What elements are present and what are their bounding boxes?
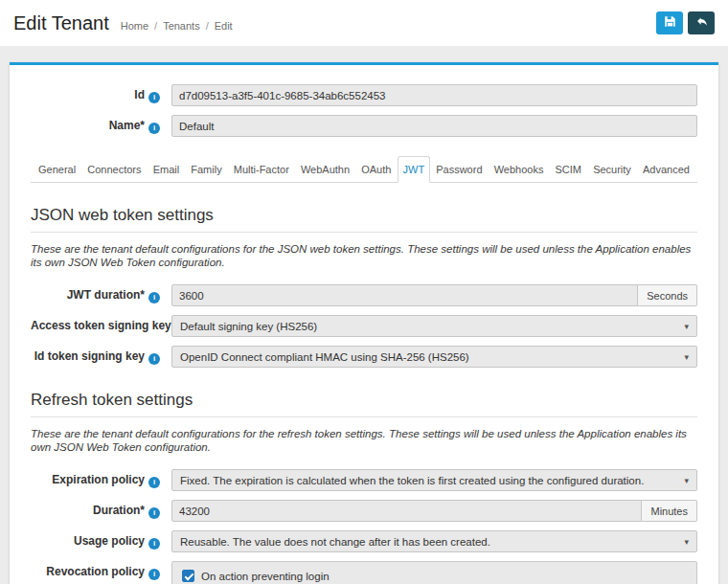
- field-control: On action preventing login On multi-fact…: [171, 561, 697, 584]
- field-control: [171, 84, 697, 106]
- revocation-option-action-preventing-login[interactable]: On action preventing login: [182, 570, 687, 582]
- field-control: [171, 115, 697, 137]
- info-icon[interactable]: i: [148, 538, 160, 550]
- jwt-duration-input[interactable]: [171, 284, 638, 306]
- id-input[interactable]: [171, 84, 697, 106]
- field-control: Minutes: [171, 500, 697, 522]
- tab-oauth[interactable]: OAuth: [355, 156, 397, 183]
- field-label-text: Access token signing key: [31, 319, 171, 332]
- breadcrumb-current-edit: Edit: [215, 20, 233, 32]
- chevron-down-icon: ▾: [684, 322, 689, 331]
- tab-security[interactable]: Security: [587, 156, 637, 183]
- tab-email[interactable]: Email: [148, 156, 186, 183]
- id-token-signing-key-select[interactable]: OpenID Connect compliant HMAC using SHA-…: [171, 346, 697, 368]
- title-wrap: Edit Tenant Home / Tenants / Edit: [13, 12, 233, 34]
- field-label-text: Name*: [109, 119, 145, 132]
- field-jwt-duration: JWT duration*i Seconds: [31, 284, 697, 306]
- input-addon-seconds: Seconds: [638, 284, 697, 306]
- breadcrumb-separator: /: [154, 20, 157, 32]
- chevron-down-icon: ▾: [684, 476, 689, 485]
- input-group: Seconds: [171, 284, 697, 306]
- info-icon[interactable]: i: [148, 353, 160, 365]
- chevron-down-icon: ▾: [684, 537, 689, 547]
- tab-family[interactable]: Family: [185, 156, 227, 183]
- info-icon[interactable]: i: [148, 123, 160, 134]
- field-access-token-signing-key: Access token signing keyi Default signin…: [31, 315, 697, 337]
- field-duration: Duration*i Minutes: [31, 500, 697, 522]
- field-label-id: Idi: [31, 84, 160, 103]
- info-icon[interactable]: i: [148, 507, 160, 519]
- chevron-down-icon: ▾: [684, 352, 689, 362]
- field-expiration-policy: Expiration policyi Fixed. The expiration…: [31, 469, 697, 491]
- page-body: Idi Name*i General Connectors Email Fami…: [0, 46, 728, 584]
- field-label-text: Expiration policy: [52, 473, 145, 486]
- field-label-name: Name*i: [31, 115, 160, 134]
- page-header: Edit Tenant Home / Tenants / Edit: [0, 0, 728, 46]
- section-divider: [31, 416, 697, 417]
- checkbox-label: On action preventing login: [201, 571, 330, 582]
- edit-tenant-card: Idi Name*i General Connectors Email Fami…: [10, 62, 718, 584]
- tab-multi-factor[interactable]: Multi-Factor: [228, 156, 295, 183]
- section-divider: [31, 232, 697, 233]
- tab-general[interactable]: General: [33, 156, 81, 183]
- name-input[interactable]: [171, 115, 697, 137]
- field-label-text: JWT duration*: [67, 288, 145, 302]
- field-label-expiration-policy: Expiration policyi: [31, 469, 160, 488]
- field-id: Idi: [31, 84, 697, 106]
- breadcrumb: Home / Tenants / Edit: [121, 20, 233, 32]
- tab-scim[interactable]: SCIM: [550, 156, 588, 183]
- section-heading: JSON web token settings: [31, 206, 697, 225]
- field-label-text: Id token signing key: [34, 349, 145, 363]
- field-label-duration: Duration*i: [31, 500, 160, 519]
- field-label-text: Duration*: [93, 504, 145, 517]
- back-button[interactable]: [688, 11, 715, 34]
- tenant-tabs: General Connectors Email Family Multi-Fa…: [31, 156, 697, 183]
- field-name: Name*i: [31, 115, 697, 137]
- field-label-id-token-signing-key: Id token signing keyi: [31, 346, 160, 365]
- field-id-token-signing-key: Id token signing keyi OpenID Connect com…: [31, 346, 697, 368]
- input-group: Minutes: [171, 500, 697, 522]
- info-icon[interactable]: i: [148, 92, 160, 103]
- select-value: Reusable. The value does not change afte…: [180, 536, 490, 548]
- duration-input[interactable]: [171, 500, 642, 522]
- field-label-text: Usage policy: [74, 534, 145, 548]
- tab-advanced[interactable]: Advanced: [637, 156, 695, 183]
- field-control: OpenID Connect compliant HMAC using SHA-…: [171, 346, 697, 368]
- tab-connectors[interactable]: Connectors: [81, 156, 147, 183]
- field-label-text: Revocation policy: [46, 565, 145, 578]
- field-label-text: Id: [134, 88, 145, 101]
- usage-policy-select[interactable]: Reusable. The value does not change afte…: [171, 530, 697, 552]
- field-control: Default signing key (HS256) ▾: [171, 315, 697, 337]
- field-label-revocation-policy: Revocation policyi: [31, 561, 160, 580]
- tab-webauthn[interactable]: WebAuthn: [295, 156, 355, 183]
- info-icon[interactable]: i: [148, 569, 160, 580]
- info-icon[interactable]: i: [148, 477, 160, 488]
- checkbox-icon: [182, 570, 194, 582]
- field-control: Reusable. The value does not change afte…: [171, 530, 697, 552]
- save-button[interactable]: [656, 11, 683, 34]
- field-label-access-token-signing-key: Access token signing keyi: [31, 315, 160, 334]
- header-actions: [656, 11, 715, 34]
- breadcrumb-link-tenants[interactable]: Tenants: [163, 20, 200, 32]
- tab-jwt[interactable]: JWT: [398, 156, 431, 183]
- refresh-token-settings-section: Refresh token settings These are the ten…: [31, 391, 697, 584]
- section-heading: Refresh token settings: [31, 391, 697, 410]
- field-usage-policy: Usage policyi Reusable. The value does n…: [31, 530, 697, 552]
- page-title: Edit Tenant: [13, 12, 109, 34]
- breadcrumb-link-home[interactable]: Home: [121, 20, 148, 32]
- field-revocation-policy: Revocation policyi On action preventing …: [31, 561, 697, 584]
- select-value: OpenID Connect compliant HMAC using SHA-…: [180, 351, 469, 363]
- field-control: Fixed. The expiration is calculated when…: [171, 469, 697, 491]
- revocation-policy-group: On action preventing login On multi-fact…: [171, 561, 697, 584]
- access-token-signing-key-select[interactable]: Default signing key (HS256) ▾: [171, 315, 697, 337]
- tab-password[interactable]: Password: [430, 156, 488, 183]
- field-label-jwt-duration: JWT duration*i: [31, 284, 160, 303]
- expiration-policy-select[interactable]: Fixed. The expiration is calculated when…: [171, 469, 697, 491]
- select-value: Default signing key (HS256): [180, 321, 317, 332]
- tab-webhooks[interactable]: Webhooks: [489, 156, 550, 183]
- jwt-settings-section: JSON web token settings These are the te…: [31, 206, 697, 368]
- section-description: These are the tenant default configurati…: [31, 427, 697, 454]
- field-label-usage-policy: Usage policyi: [31, 530, 160, 550]
- input-addon-minutes: Minutes: [642, 500, 697, 522]
- info-icon[interactable]: i: [148, 292, 160, 303]
